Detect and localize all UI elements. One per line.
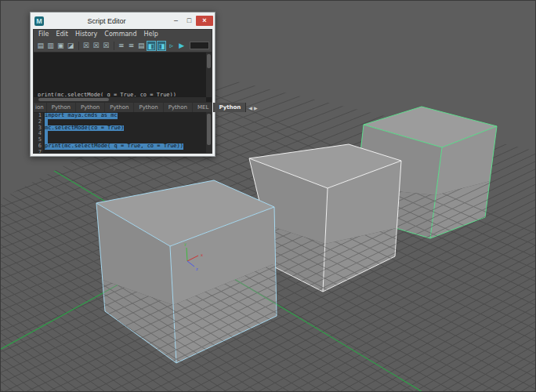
scrollbar-thumb[interactable]: [38, 98, 109, 101]
code-text[interactable]: mc.selectMode(co = True): [45, 125, 124, 132]
selection-sliver: [45, 131, 48, 137]
open-script-icon[interactable]: ▤: [36, 41, 45, 51]
output-vertical-scrollbar[interactable]: [206, 53, 212, 97]
clear-all-icon[interactable]: ☒: [101, 41, 110, 51]
window-title: Script Editor: [44, 17, 169, 25]
menu-file[interactable]: File: [38, 31, 49, 39]
script-editor-content: File Edit History Command Help ▤ ▥ ▣ ◪ ☒…: [33, 29, 212, 154]
menu-history[interactable]: History: [75, 31, 97, 39]
output-panel[interactable]: print(mc.selectMode( q = True, co = True…: [34, 52, 212, 102]
output-text: print(mc.selectMode( q = True, co = True…: [38, 54, 205, 96]
toolbar-separator: [114, 42, 114, 50]
x-axis-label: x: [201, 252, 203, 257]
code-line[interactable]: 3 mc.selectMode(co = True): [34, 125, 206, 132]
scrollbar-thumb[interactable]: [207, 54, 211, 68]
code-line[interactable]: 7: [34, 150, 206, 153]
tab-python-1[interactable]: Python: [47, 103, 76, 112]
titlebar[interactable]: M Script Editor – □ ×: [31, 13, 215, 29]
echo-all-commands-icon[interactable]: ≡: [117, 41, 126, 51]
output-line: [38, 69, 205, 77]
toolbar-separator: [78, 42, 79, 50]
maximize-button[interactable]: □: [183, 16, 196, 26]
code-line[interactable]: 4: [34, 131, 206, 137]
object-path-toggle-icon[interactable]: ◨: [157, 41, 166, 51]
clear-input-icon[interactable]: ☒: [81, 41, 91, 51]
scrollbar-thumb[interactable]: [207, 114, 211, 145]
save-to-shelf-icon[interactable]: ◪: [66, 41, 75, 51]
execute-icon[interactable]: ▶: [177, 41, 187, 51]
maya-screen: y x z M Script Editor – □ × File Edit Hi…: [0, 0, 536, 392]
tab-mel[interactable]: MEL: [193, 103, 214, 112]
z-axis-label: z: [196, 267, 198, 271]
close-button[interactable]: ×: [196, 16, 213, 26]
code-vertical-scrollbar[interactable]: [206, 112, 212, 153]
toolbar: ▤ ▥ ▣ ◪ ☒ ☒ ☒ ≡ ≡ ▤ ◧ ◨ ▹ ▶: [34, 39, 212, 52]
code-text[interactable]: print(mc.selectMode( q = True, co = True…: [45, 143, 183, 150]
suppress-output-icon[interactable]: ≡: [127, 41, 136, 51]
code-editor[interactable]: 1 import maya.cmds as mc 2 3 mc.selectMo…: [34, 112, 212, 153]
tab-python-4[interactable]: Python: [134, 103, 163, 112]
tab-python-3[interactable]: Python: [105, 103, 134, 112]
script-tabs-bar: ion Python Python Python Python Python M…: [34, 102, 212, 112]
quick-help-input[interactable]: [190, 42, 209, 49]
tab-scroll-left-icon[interactable]: ◀: [248, 105, 252, 111]
menu-command[interactable]: Command: [104, 31, 136, 39]
menubar: File Edit History Command Help: [34, 30, 212, 39]
clear-output-icon[interactable]: ☒: [92, 41, 101, 51]
line-number: 7: [34, 150, 43, 153]
show-line-numbers-icon[interactable]: ▤: [136, 41, 146, 51]
minimize-button[interactable]: –: [169, 16, 183, 26]
execute-all-icon[interactable]: ▹: [167, 41, 176, 51]
code-text[interactable]: import maya.cmds as mc: [45, 113, 118, 119]
load-script-icon[interactable]: ▥: [46, 41, 56, 51]
tab-expression[interactable]: ion: [34, 103, 47, 112]
output-horizontal-scrollbar[interactable]: [34, 97, 206, 102]
y-axis-label: y: [184, 241, 187, 247]
code-line[interactable]: 1 import maya.cmds as mc: [34, 113, 206, 119]
output-line: print(mc.selectMode( q = True, co = True…: [38, 92, 205, 97]
tab-python-active[interactable]: Python: [214, 103, 246, 112]
script-editor-window: M Script Editor – □ × File Edit History …: [30, 12, 215, 157]
tab-python-5[interactable]: Python: [164, 103, 193, 112]
menu-edit[interactable]: Edit: [56, 31, 68, 39]
tab-scroll-right-icon[interactable]: ▶: [254, 105, 258, 111]
code-line[interactable]: 6 print(mc.selectMode( q = True, co = Tr…: [34, 143, 206, 150]
menu-help[interactable]: Help: [143, 31, 158, 39]
save-script-icon[interactable]: ▣: [56, 41, 65, 51]
tab-python-2[interactable]: Python: [76, 103, 105, 112]
maya-app-icon: M: [34, 16, 44, 26]
command-completion-toggle-icon[interactable]: ◧: [147, 41, 156, 51]
